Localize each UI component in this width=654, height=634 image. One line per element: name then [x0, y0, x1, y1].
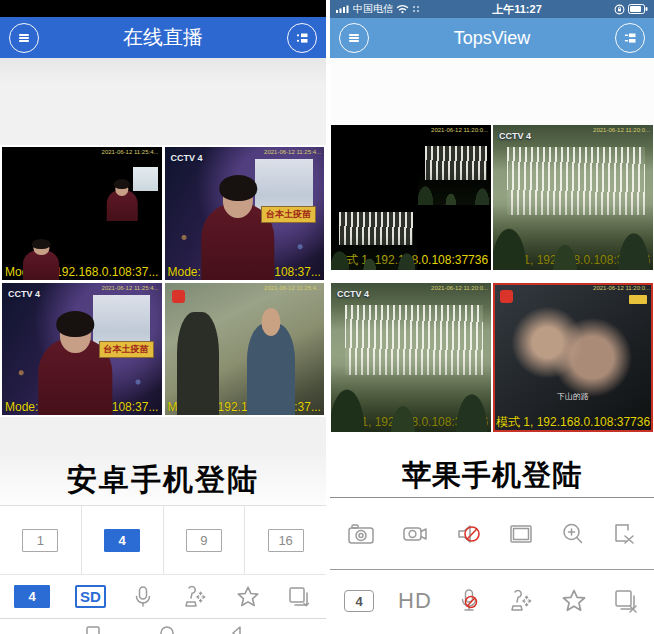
sub-camera-waterfall — [331, 206, 417, 271]
battery-icon — [628, 4, 648, 14]
android-header: 在线直播 — [0, 17, 326, 58]
channel-logo: CCTV 4 — [499, 131, 531, 141]
ios-toolbar-bottom: 4 HD — [330, 570, 654, 632]
android-caption: 安卓手机登陆 — [0, 455, 326, 505]
network-activity-icon — [412, 5, 420, 13]
grid-size-cell: 4 — [81, 506, 163, 574]
recents-icon[interactable] — [84, 624, 102, 634]
ios-status-bar: 中国电信 上午11:27 — [330, 0, 654, 18]
trees — [493, 195, 653, 270]
channel-logo: CCTV 4 — [337, 289, 369, 299]
channel-logo: CCTV 4 — [8, 289, 40, 299]
tv-logo-2 — [629, 295, 647, 304]
ios-caption: 苹果手机登陆 — [330, 455, 654, 498]
ios-app: 中国电信 上午11:27 — [330, 0, 654, 634]
page-title: TopsView — [369, 28, 615, 49]
mute-speaker-icon[interactable] — [455, 521, 483, 547]
clock-label: 上午11:27 — [420, 2, 614, 17]
snapshot-icon[interactable] — [346, 521, 376, 547]
back-icon[interactable] — [228, 624, 246, 634]
channel-logo: CCTV 4 — [171, 153, 203, 163]
layout-button[interactable] — [287, 23, 317, 53]
timestamp: 2021-06-12 11:20:0... — [431, 127, 488, 133]
inset-video — [133, 167, 158, 192]
zoom-in-icon[interactable] — [560, 521, 586, 547]
page-count-button[interactable]: 4 — [14, 585, 50, 608]
grid-16-button[interactable]: 16 — [268, 529, 304, 552]
mic-icon[interactable] — [131, 584, 155, 610]
menu-icon — [345, 29, 363, 47]
grid-size-cell: 1 — [0, 506, 81, 574]
layout-icon — [293, 29, 311, 47]
ios-toolbar-top — [330, 498, 654, 570]
sub-camera-bike — [2, 162, 88, 221]
ios-spacer — [330, 58, 654, 125]
grid-4-button[interactable]: 4 — [104, 529, 140, 552]
figure — [177, 312, 218, 415]
video-tile[interactable]: 2021-06-12 11:20:0... 下山的路 模式 1, 192.168… — [493, 283, 653, 432]
android-top-strip — [0, 0, 326, 17]
video-tile[interactable]: 2021-06-12 11:20:0... CCTV 4 模式 1, 192.1… — [331, 283, 491, 432]
news-banner: 台本土疫苗 — [99, 341, 154, 358]
timestamp: 2021-06-12 11:25:4... — [102, 285, 159, 291]
page-count-button[interactable]: 4 — [344, 590, 374, 612]
video-tile[interactable]: 2021-06-12 11:20:0... 模式 1, 192.168.0.10… — [331, 125, 491, 270]
android-toolbar: 4 SD — [0, 575, 326, 618]
android-spacer — [0, 417, 326, 455]
grid-1-button[interactable]: 1 — [22, 529, 58, 552]
android-video-grid: 2021-06-12 11:25:4... Mode: 1, 192.168.0… — [0, 145, 326, 417]
grid-size-row: 1 4 9 16 — [0, 505, 326, 575]
menu-icon — [15, 29, 33, 47]
timestamp: 2021-06-12 11:25:4... — [264, 149, 321, 155]
trees — [418, 171, 491, 205]
status-right — [614, 4, 648, 15]
android-app: 在线直播 2021-06-12 11:25:4... — [0, 0, 326, 634]
frames-icon[interactable] — [286, 584, 312, 610]
signal-icon — [336, 4, 350, 14]
video-tile[interactable]: 2021-06-12 11:20:0... CCTV 4 模式 1, 192.1… — [493, 125, 653, 270]
ios-video-grid: 2021-06-12 11:20:0... 模式 1, 192.168.0.10… — [330, 125, 654, 432]
grid-9-button[interactable]: 9 — [186, 529, 222, 552]
trees — [331, 355, 491, 432]
stream-quality-button[interactable]: SD — [75, 585, 106, 608]
ptz-icon[interactable] — [506, 588, 536, 614]
favorite-icon[interactable] — [560, 587, 588, 615]
close-all-icon[interactable] — [610, 521, 638, 547]
fullscreen-icon[interactable] — [507, 522, 535, 546]
favorite-icon[interactable] — [235, 584, 261, 610]
video-tile[interactable]: 2021-06-12 11:25:4... Mode: 1, 192.168.0… — [2, 147, 162, 280]
stream-quality-button[interactable]: HD — [398, 588, 432, 614]
ptz-icon[interactable] — [180, 584, 210, 610]
timestamp: 2021-06-12 11:25:4... — [102, 149, 159, 155]
android-navbar — [0, 618, 326, 634]
sub-camera-bike — [331, 140, 417, 205]
menu-button[interactable] — [9, 23, 39, 53]
grid-size-cell: 9 — [163, 506, 245, 574]
close-frames-icon[interactable] — [612, 587, 640, 615]
carrier-label: 中国电信 — [353, 2, 393, 16]
news-anchor — [23, 250, 59, 280]
home-icon[interactable] — [158, 624, 176, 634]
sub-camera-anchor — [89, 162, 162, 221]
video-tile[interactable]: 2021-06-12 11:25:4... CCTV 4 台本土疫苗 Mode:… — [2, 283, 162, 415]
screenshot-comparison: 在线直播 2021-06-12 11:25:4... — [0, 0, 654, 634]
android-spacer — [0, 58, 326, 145]
quad-view — [2, 147, 162, 280]
figure — [247, 323, 295, 415]
grid-size-cell: 16 — [244, 506, 326, 574]
timestamp: 2021-06-12 11:20:0... — [593, 127, 650, 133]
stream-label: 模式 1, 192.168.0.108:37736 — [496, 414, 650, 431]
timestamp: 2021-06-12 11:20:0... — [431, 285, 488, 291]
tv-logo — [500, 290, 513, 303]
layout-button[interactable] — [615, 23, 645, 53]
timestamp: 2021-06-12 11:25:4... — [264, 285, 321, 291]
news-anchor — [107, 190, 138, 220]
record-icon[interactable] — [400, 522, 430, 546]
mute-mic-icon[interactable] — [456, 587, 482, 615]
quad-view — [331, 125, 491, 270]
video-tile[interactable]: 2021-06-12 11:25:4... CCTV 4 台本土疫苗 Mode:… — [165, 147, 325, 280]
menu-button[interactable] — [339, 23, 369, 53]
video-tile[interactable]: 2021-06-12 11:25:4... Mode: 1, 192.168.0… — [165, 283, 325, 415]
sub-camera-waterfall — [418, 140, 491, 205]
ios-header: TopsView — [330, 18, 654, 58]
